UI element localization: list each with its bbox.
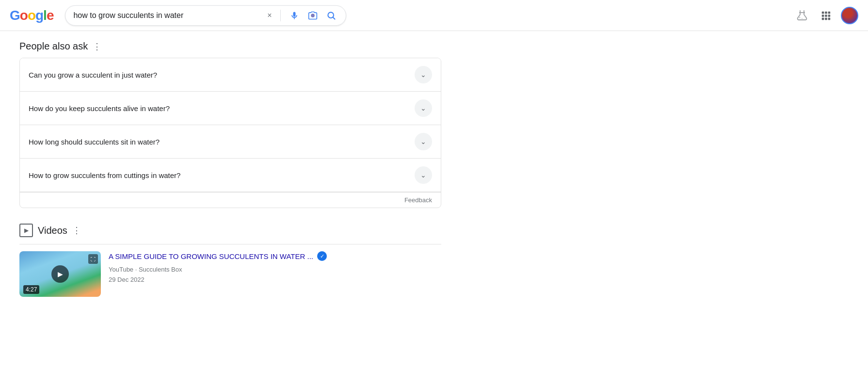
video-source: YouTube · Succulents Box [109, 265, 441, 275]
svg-line-3 [333, 17, 335, 19]
chevron-down-icon: ⌄ [420, 71, 426, 79]
svg-rect-11 [825, 15, 827, 17]
expand-question-4[interactable]: ⌄ [415, 166, 432, 184]
svg-rect-10 [822, 15, 824, 17]
paa-question-1[interactable]: Can you grow a succulent in just water? … [20, 58, 441, 92]
chevron-down-icon: ⌄ [420, 171, 426, 179]
labs-button[interactable] [793, 9, 811, 22]
play-triangle-icon: ▶ [58, 270, 63, 278]
feedback-link[interactable]: Feedback [404, 196, 432, 204]
chevron-down-icon: ⌄ [420, 138, 426, 146]
video-thumbnail[interactable]: ▶ 4:27 ⛶ [19, 251, 101, 297]
user-avatar[interactable] [841, 7, 858, 24]
mic-icon [289, 11, 299, 20]
videos-section: ▶ Videos ⋮ ▶ 4:27 ⛶ A SIMPLE GUIDE TO GR… [19, 224, 446, 297]
videos-title: Videos [38, 225, 67, 236]
paa-more-options[interactable]: ⋮ [93, 41, 102, 52]
paa-question-3[interactable]: How long should succulents sit in water?… [20, 125, 441, 159]
svg-rect-9 [828, 11, 831, 14]
videos-section-icon: ▶ [19, 224, 33, 237]
main-content: People also ask ⋮ Can you grow a succule… [0, 31, 466, 307]
svg-point-1 [312, 15, 314, 16]
svg-rect-13 [822, 17, 824, 20]
paa-title: People also ask [19, 41, 88, 52]
play-icon: ▶ [24, 227, 29, 234]
videos-more-options[interactable]: ⋮ [72, 225, 81, 236]
video-title: A SIMPLE GUIDE TO GROWING SUCCULENTS IN … [109, 252, 313, 260]
paa-header: People also ask ⋮ [19, 41, 446, 52]
clear-button[interactable]: × [265, 11, 273, 20]
video-date: 29 Dec 2022 [109, 275, 441, 285]
svg-rect-12 [828, 15, 831, 17]
chevron-down-icon: ⌄ [420, 104, 426, 112]
svg-point-5 [799, 16, 801, 18]
svg-rect-15 [828, 17, 831, 20]
people-also-ask-section: People also ask ⋮ Can you grow a succule… [19, 41, 446, 208]
search-input[interactable]: how to grow succulents in water [73, 11, 260, 20]
svg-point-6 [802, 18, 803, 19]
fullscreen-icon: ⛶ [88, 254, 98, 264]
svg-rect-7 [822, 11, 824, 14]
video-card-1: ▶ 4:27 ⛶ A SIMPLE GUIDE TO GROWING SUCCU… [19, 244, 441, 297]
header: Google how to grow succulents in water × [0, 0, 868, 31]
feedback-row: Feedback [20, 192, 441, 208]
video-duration: 4:27 [23, 285, 39, 294]
search-bar: how to grow succulents in water × [65, 5, 346, 26]
video-info: A SIMPLE GUIDE TO GROWING SUCCULENTS IN … [109, 251, 441, 285]
video-meta: YouTube · Succulents Box 29 Dec 2022 [109, 265, 441, 285]
search-divider [280, 10, 281, 21]
grid-icon [820, 10, 831, 21]
expand-question-2[interactable]: ⌄ [415, 99, 432, 117]
videos-header: ▶ Videos ⋮ [19, 224, 446, 237]
svg-rect-14 [825, 17, 827, 20]
verified-badge: ✓ [317, 251, 327, 261]
expand-question-1[interactable]: ⌄ [415, 66, 432, 83]
voice-search-button[interactable] [288, 11, 301, 20]
paa-question-2[interactable]: How do you keep succulents alive in wate… [20, 92, 441, 125]
google-logo[interactable]: Google [10, 8, 57, 23]
apps-button[interactable] [819, 10, 833, 21]
search-icon [326, 11, 336, 20]
play-button[interactable]: ▶ [51, 265, 69, 283]
header-right [793, 7, 858, 24]
flask-icon [795, 9, 809, 22]
svg-rect-8 [825, 11, 827, 14]
image-search-button[interactable] [306, 11, 320, 20]
camera-icon [308, 11, 318, 20]
search-submit-button[interactable] [324, 11, 338, 20]
expand-question-3[interactable]: ⌄ [415, 133, 432, 150]
paa-question-4[interactable]: How to grow succulents from cuttings in … [20, 159, 441, 192]
paa-questions-list: Can you grow a succulent in just water? … [19, 58, 441, 208]
video-title-link[interactable]: A SIMPLE GUIDE TO GROWING SUCCULENTS IN … [109, 251, 441, 261]
